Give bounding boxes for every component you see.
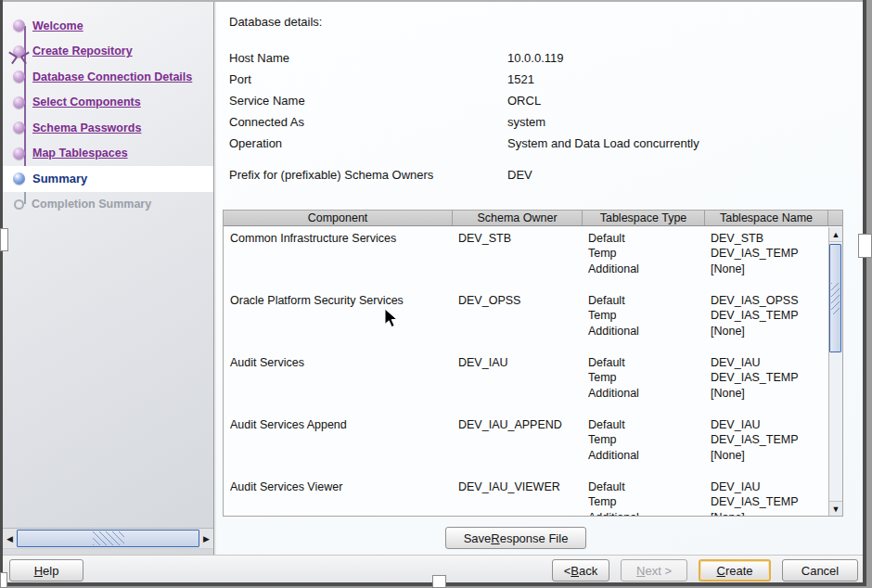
step-dot-icon <box>13 96 25 109</box>
scroll-right-icon[interactable]: ▶ <box>199 529 213 548</box>
sidebar-step-completion-summary[interactable]: Completion Summary <box>3 192 213 218</box>
cell-tablespace-types[interactable]: DefaultTempAdditional <box>583 476 705 516</box>
summary-panel: Database details: Host Name 10.0.0.119 P… <box>216 2 863 555</box>
save-button-label: Save <box>464 531 492 545</box>
next-button[interactable]: Next > <box>621 559 687 582</box>
sidebar-horizontal-scrollbar[interactable]: ◀ ▶ <box>3 528 213 549</box>
step-label[interactable]: Completion Summary <box>32 198 151 211</box>
table-row[interactable]: Audit Services DEV_IAU DefaultTempAdditi… <box>224 352 828 414</box>
step-dot-icon <box>13 45 25 58</box>
sidebar-divider <box>213 2 214 555</box>
cell-tablespace-types[interactable]: DefaultTempAdditional <box>583 414 705 476</box>
resize-handle-bottom[interactable] <box>432 575 446 588</box>
cell-component[interactable]: Audit Services Append <box>224 414 453 476</box>
resize-handle-left[interactable] <box>0 228 8 251</box>
scroll-left-icon[interactable]: ◀ <box>3 529 17 548</box>
back-button[interactable]: < Back <box>552 559 609 582</box>
table-row[interactable]: Common Infrastructure Services DEV_STB D… <box>224 227 828 289</box>
wizard-sidebar: Welcome Create Repository Database Conne… <box>3 2 213 555</box>
step-dot-icon <box>13 70 25 83</box>
cell-schema-owner[interactable]: DEV_OPSS <box>453 289 583 352</box>
wizard-steps: Welcome Create Repository Database Conne… <box>3 13 213 217</box>
cell-tablespace-names[interactable]: DEV_IAUDEV_IAS_TEMP[None] <box>705 476 828 516</box>
column-header-component[interactable]: Component <box>224 211 453 225</box>
column-header-schema-owner[interactable]: Schema Owner <box>453 211 583 225</box>
sidebar-step-map-tablespaces[interactable]: Map Tablespaces <box>3 141 213 167</box>
rcu-wizard-window: Welcome Create Repository Database Conne… <box>0 0 872 588</box>
table-row[interactable]: Audit Services Viewer DEV_IAU_VIEWER Def… <box>224 476 828 516</box>
cell-schema-owner[interactable]: DEV_IAU_APPEND <box>453 414 583 476</box>
cancel-label: Cancel <box>801 564 839 578</box>
cell-component[interactable]: Audit Services Viewer <box>224 476 453 516</box>
detail-field-row: Connected As system <box>229 111 841 133</box>
horizontal-scrollbar-thumb[interactable] <box>17 530 199 547</box>
sidebar-step-create-repository[interactable]: Create Repository <box>3 39 213 65</box>
field-label: Port <box>229 72 507 86</box>
step-label[interactable]: Summary <box>32 172 87 185</box>
scroll-down-icon[interactable]: ▼ <box>829 501 842 516</box>
next-mnemonic: N <box>636 564 645 578</box>
cell-schema-owner[interactable]: DEV_IAU <box>453 352 583 414</box>
step-label[interactable]: Schema Passwords <box>32 121 141 134</box>
sidebar-divider-highlight <box>214 2 216 555</box>
step-label[interactable]: Map Tablespaces <box>32 147 128 160</box>
scrollbar-thumb-hatch <box>93 531 124 545</box>
cell-schema-owner[interactable]: DEV_STB <box>453 227 583 289</box>
step-dot-icon <box>14 199 24 210</box>
cell-tablespace-names[interactable]: DEV_IAUDEV_IAS_TEMP[None] <box>705 414 828 476</box>
field-value: ORCL <box>507 94 541 108</box>
step-label[interactable]: Database Connection Details <box>32 70 192 83</box>
step-label[interactable]: Select Components <box>32 96 141 109</box>
scroll-up-icon[interactable]: ▲ <box>829 227 842 242</box>
sidebar-step-summary[interactable]: Summary <box>3 166 213 192</box>
create-label: reate <box>725 564 753 578</box>
table-row[interactable]: Audit Services Append DEV_IAU_APPEND Def… <box>224 414 828 476</box>
cell-component[interactable]: Audit Services <box>224 352 453 414</box>
field-label: Service Name <box>229 94 507 108</box>
window-border-left <box>0 0 3 586</box>
field-value: system <box>507 115 545 129</box>
cell-tablespace-names[interactable]: DEV_IAS_OPSSDEV_IAS_TEMP[None] <box>705 289 828 352</box>
sidebar-step-schema-passwords[interactable]: Schema Passwords <box>3 115 213 141</box>
save-response-file-button[interactable]: Save Response File <box>445 527 586 549</box>
sidebar-step-database-connection-details[interactable]: Database Connection Details <box>3 64 213 90</box>
create-mnemonic: C <box>716 564 725 578</box>
column-header-tablespace-name[interactable]: Tablespace Name <box>705 211 828 225</box>
sidebar-step-select-components[interactable]: Select Components <box>3 90 213 116</box>
step-label[interactable]: Welcome <box>32 19 83 32</box>
cancel-button[interactable]: Cancel <box>782 559 858 582</box>
cell-schema-owner[interactable]: DEV_IAU_VIEWER <box>453 476 583 516</box>
cell-tablespace-names[interactable]: DEV_STBDEV_IAS_TEMP[None] <box>705 227 828 289</box>
resize-handle-right[interactable] <box>858 234 872 258</box>
step-label[interactable]: Create Repository <box>32 45 133 58</box>
detail-field-row: Host Name 10.0.0.119 <box>229 47 841 69</box>
cell-tablespace-types[interactable]: DefaultTempAdditional <box>583 289 705 352</box>
field-value: DEV <box>507 168 532 182</box>
detail-field-row: Prefix for (prefixable) Schema Owners DE… <box>229 164 841 185</box>
cell-component[interactable]: Oracle Platform Security Services <box>224 289 453 352</box>
save-button-mnemonic: R <box>491 531 499 545</box>
tablespace-mapping-table[interactable]: Component Schema Owner Tablespace Type T… <box>223 210 843 517</box>
table-row[interactable]: Oracle Platform Security Services DEV_OP… <box>224 289 828 352</box>
step-dot-icon <box>13 147 25 160</box>
cell-tablespace-types[interactable]: DefaultTempAdditional <box>583 352 705 414</box>
resize-handle-bottom-left[interactable] <box>0 572 7 588</box>
step-dot-icon <box>13 19 25 32</box>
scrollbar-thumb-hatch <box>831 283 840 314</box>
table-body: Common Infrastructure Services DEV_STB D… <box>224 227 828 516</box>
cell-tablespace-names[interactable]: DEV_IAUDEV_IAS_TEMP[None] <box>705 352 828 414</box>
create-button[interactable]: Create <box>699 559 771 582</box>
vertical-scrollbar-thumb[interactable] <box>829 244 841 352</box>
sidebar-step-welcome[interactable]: Welcome <box>3 13 213 39</box>
column-header-tablespace-type[interactable]: Tablespace Type <box>583 211 705 225</box>
window-border-top <box>0 0 866 2</box>
field-value: 1521 <box>507 72 534 86</box>
cell-tablespace-types[interactable]: DefaultTempAdditional <box>583 227 705 289</box>
cell-component[interactable]: Common Infrastructure Services <box>224 227 453 289</box>
field-value: 10.0.0.119 <box>507 51 563 65</box>
help-button[interactable]: Help <box>9 559 83 582</box>
table-vertical-scrollbar[interactable]: ▲ ▼ <box>828 227 842 516</box>
table-header-corner <box>828 211 842 225</box>
save-button-label-rest: esponse File <box>500 531 569 545</box>
field-label: Connected As <box>229 115 507 129</box>
